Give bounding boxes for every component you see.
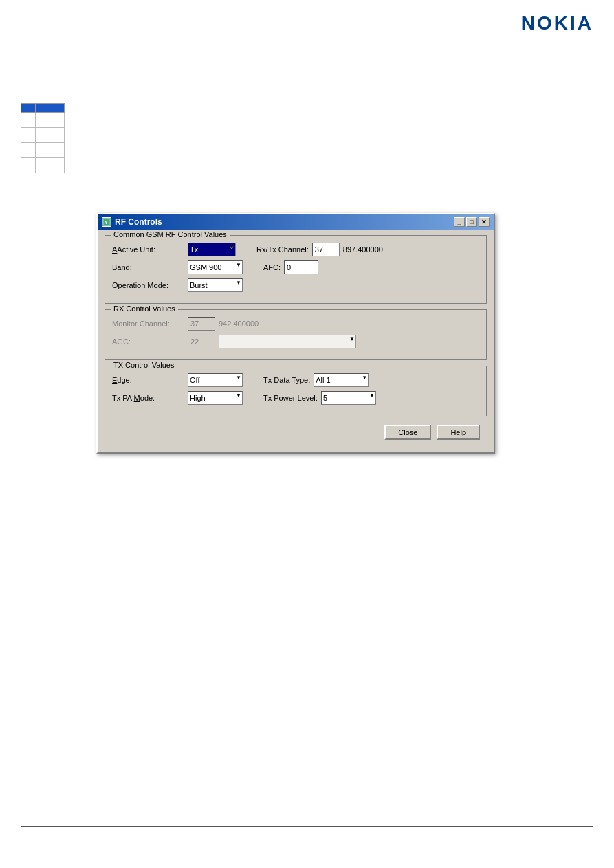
tx-pa-mode-label: Tx PA Mode:	[112, 394, 188, 402]
op-mode-underline: O	[112, 281, 118, 289]
table-cell	[36, 158, 50, 173]
agc-select-wrapper	[219, 335, 356, 348]
monitor-channel-row: Monitor Channel: 942.400000	[112, 317, 479, 331]
tx-power-level-label: Tx Power Level:	[263, 394, 318, 402]
band-select-wrapper: GSM 900	[188, 260, 243, 274]
edge-select[interactable]: Off	[188, 373, 243, 387]
afc-input[interactable]	[284, 260, 318, 274]
band-row: Band: GSM 900 AFC:	[112, 260, 479, 274]
agc-label: AGC:	[112, 337, 188, 346]
monitor-channel-input	[188, 317, 215, 331]
agc-row: AGC:	[112, 335, 479, 348]
rf-controls-dialog: Y RF Controls _ □ ✕ Common GSM RF Contro…	[96, 213, 495, 454]
monitor-freq: 942.400000	[219, 320, 259, 328]
rx-control-group: RX Control Values Monitor Channel: 942.4…	[105, 309, 487, 360]
tx-control-group: TX Control Values Edge: Off Tx Data Type…	[105, 366, 487, 416]
help-button[interactable]: Help	[437, 425, 480, 440]
dialog-title: RF Controls	[115, 217, 162, 227]
edge-select-wrapper: Off	[188, 373, 243, 387]
band-select[interactable]: GSM 900	[188, 260, 243, 274]
minimize-button[interactable]: _	[454, 217, 465, 227]
band-label: Band:	[112, 263, 188, 271]
table-cell	[50, 128, 65, 143]
table-header-3	[50, 104, 65, 113]
tx-data-type-select-wrapper: All 1	[314, 373, 369, 387]
nokia-logo: NOKIA	[521, 12, 593, 34]
agc-select	[219, 335, 356, 348]
tx-control-title: TX Control Values	[111, 361, 177, 369]
restore-button[interactable]: □	[466, 217, 477, 227]
afc-underline: A	[263, 263, 268, 271]
agc-input	[188, 335, 215, 348]
afc-label: AFC:	[263, 263, 281, 271]
tx-power-level-select-wrapper: 5	[321, 391, 376, 405]
table-cell	[21, 128, 36, 143]
dialog-icon: Y	[102, 217, 111, 227]
dialog-footer: Close Help	[105, 422, 487, 445]
operation-mode-select-wrapper: Burst	[188, 278, 243, 292]
dialog-titlebar: Y RF Controls _ □ ✕	[98, 214, 494, 230]
tx-pa-mode-underline: M	[134, 394, 140, 402]
edge-label: Edge:	[112, 376, 188, 384]
table-row	[21, 158, 65, 173]
tx-pa-mode-select[interactable]: High	[188, 391, 243, 405]
rx-tx-freq: 897.400000	[343, 245, 383, 254]
table-cell	[21, 113, 36, 128]
svg-text:Y: Y	[105, 220, 108, 225]
titlebar-left: Y RF Controls	[102, 217, 162, 227]
rx-control-title: RX Control Values	[111, 304, 178, 313]
common-gsm-group: Common GSM RF Control Values AActive Uni…	[105, 235, 487, 304]
tx-pa-mode-select-wrapper: High	[188, 391, 243, 405]
rx-tx-channel-input[interactable]	[312, 243, 340, 256]
table-row	[21, 143, 65, 158]
tx-pa-mode-row: Tx PA Mode: High Tx Power Level: 5	[112, 391, 479, 405]
dialog-body: Common GSM RF Control Values AActive Uni…	[98, 230, 494, 452]
table-row	[21, 113, 65, 128]
table-cell	[21, 143, 36, 158]
band-label-text: Band:	[112, 263, 132, 271]
edge-row: Edge: Off Tx Data Type: All 1	[112, 373, 479, 387]
table-cell	[50, 143, 65, 158]
bottom-divider	[21, 826, 593, 827]
monitor-channel-label: Monitor Channel:	[112, 320, 188, 328]
active-unit-select-wrapper: ▼	[188, 243, 236, 256]
table-cell	[36, 128, 50, 143]
tx-data-type-label: Tx Data Type:	[263, 376, 310, 384]
operation-mode-row: Operation Mode: Burst	[112, 278, 479, 292]
titlebar-controls: _ □ ✕	[454, 217, 490, 227]
table-header-1	[21, 104, 36, 113]
table-cell	[36, 143, 50, 158]
table-row	[21, 128, 65, 143]
active-unit-select[interactable]	[188, 243, 236, 256]
operation-mode-label: Operation Mode:	[112, 281, 188, 289]
data-table	[21, 103, 65, 173]
active-unit-row: AActive Unit: ▼ Rx/Tx Channel: 897.40000…	[112, 243, 479, 256]
table-cell	[50, 113, 65, 128]
close-button-titlebar[interactable]: ✕	[479, 217, 490, 227]
close-button[interactable]: Close	[384, 425, 431, 440]
table-header-2	[36, 104, 50, 113]
operation-mode-select[interactable]: Burst	[188, 278, 243, 292]
dialog-window: Y RF Controls _ □ ✕ Common GSM RF Contro…	[96, 213, 495, 454]
common-gsm-title: Common GSM RF Control Values	[111, 230, 230, 238]
edge-underline: E	[112, 376, 117, 384]
table-cell	[50, 158, 65, 173]
table-cell	[21, 158, 36, 173]
rx-tx-channel-label: Rx/Tx Channel:	[256, 245, 309, 254]
tx-data-type-select[interactable]: All 1	[314, 373, 369, 387]
active-unit-label-rest: Active Unit:	[117, 245, 155, 254]
top-divider	[21, 43, 593, 43]
active-unit-label: AActive Unit:	[112, 245, 188, 254]
tx-power-level-select[interactable]: 5	[321, 391, 376, 405]
table-cell	[36, 113, 50, 128]
